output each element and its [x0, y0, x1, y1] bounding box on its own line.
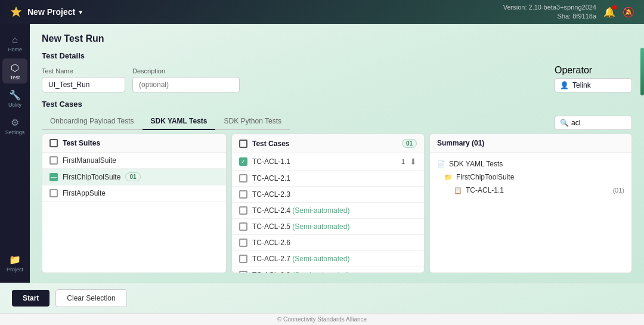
test-name-field-group: Test Name: [42, 67, 125, 92]
folder-icon: 📁: [444, 174, 453, 181]
tree-child-node: 📁 FirstChipToolSuite: [435, 171, 627, 184]
sidebar-item-project[interactable]: 📁 Project: [2, 250, 27, 276]
top-bar-left: New Project ▼: [10, 5, 83, 18]
suites-header: Test Suites: [42, 134, 226, 153]
test-cases-tabs: Onboarding Payload Tests SDK YAML Tests …: [42, 113, 290, 130]
sidebar-item-utility[interactable]: 🔧 Utility: [2, 86, 27, 111]
search-input[interactable]: [571, 119, 625, 127]
semi-auto-tag: (Semi-automated): [292, 255, 349, 263]
cases-badge: 01: [402, 139, 417, 148]
suites-title: Test Suites: [63, 139, 219, 147]
suite-label: FirstChipToolSuite: [63, 173, 120, 181]
case-label: TC-ACL-2.1: [252, 174, 290, 182]
operator-field-group: Operator 👤 Telink: [555, 65, 632, 92]
test-cases-label: Test Cases: [42, 100, 632, 109]
panels-row: Test Suites FirstManualSuite — FirstChip…: [42, 134, 632, 273]
suite-checkbox-firstapp[interactable]: [49, 189, 58, 197]
case-row[interactable]: TC-ACL-2.7 (Semi-automated): [232, 251, 424, 267]
sidebar-item-home[interactable]: ⌂ Home: [2, 31, 27, 56]
description-label: Description: [132, 67, 240, 75]
expand-icon[interactable]: ⬇: [410, 157, 417, 166]
suite-checkbox-firstchip[interactable]: —: [49, 173, 58, 181]
operator-input-wrapper: 👤 Telink: [555, 78, 632, 92]
semi-auto-tag: (Semi-automated): [292, 206, 349, 215]
tree-grandchild-node: 📋 TC-ACL-1.1 (01): [435, 184, 627, 197]
suites-list: FirstManualSuite — FirstChipToolSuite 01…: [42, 153, 226, 273]
description-input[interactable]: [132, 77, 240, 92]
utility-icon: 🔧: [9, 89, 21, 101]
main-layout: ⌂ Home ⬡ Test 🔧 Utility ⚙ Settings 📁 Pro…: [0, 24, 644, 283]
case-checkbox-5[interactable]: [239, 222, 247, 231]
case-label: TC-ACL-1.1: [252, 157, 290, 166]
cases-panel: Test Cases 01 ✓ TC-ACL-1.1 1 ⬇: [231, 134, 425, 273]
operator-label: Operator: [555, 65, 632, 76]
suite-checkbox-firstmanual[interactable]: [49, 156, 58, 165]
scroll-accent: [640, 48, 644, 95]
case-row[interactable]: TC-ACL-2.6: [232, 235, 424, 251]
sidebar-label-utility: Utility: [8, 102, 21, 108]
footer-text: © Connectivity Standards Alliance: [277, 316, 367, 323]
test-details-row: Test Name Description Operator 👤 Telink: [42, 65, 632, 92]
start-button[interactable]: Start: [12, 290, 49, 307]
page-title: New Test Run: [42, 33, 632, 44]
summary-header: Summary (01): [430, 134, 631, 153]
semi-auto-tag: (Semi-automated): [292, 222, 349, 231]
search-icon: 🔍: [560, 119, 569, 127]
case-row[interactable]: TC-ACL-2.5 (Semi-automated): [232, 219, 424, 235]
test-details-section: Test Details Test Name Description Opera…: [42, 51, 632, 92]
case-checkbox-3[interactable]: [239, 190, 247, 199]
test-name-label: Test Name: [42, 67, 125, 75]
suite-row[interactable]: FirstManualSuite: [42, 153, 226, 169]
summary-panel: Summary (01) 📄 SDK YAML Tests 📁 FirstChi…: [429, 134, 632, 273]
tab-sdk-python[interactable]: SDK Python Tests: [215, 113, 290, 130]
settings-icon[interactable]: 🔕: [623, 7, 634, 18]
case-checkbox-4[interactable]: [239, 206, 247, 215]
case-row[interactable]: TC-ACL-2.8 (Semi-automated): [232, 267, 424, 273]
project-title[interactable]: New Project ▼: [27, 7, 83, 17]
notification-dot: [612, 5, 617, 10]
case-count: 1: [401, 158, 405, 165]
sidebar-label-home: Home: [8, 47, 22, 52]
folder-icon: 📄: [437, 160, 445, 168]
case-row[interactable]: TC-ACL-2.3: [232, 187, 424, 203]
grandchild-count: (01): [612, 187, 624, 194]
search-box: 🔍: [555, 116, 632, 130]
tab-onboarding[interactable]: Onboarding Payload Tests: [42, 113, 143, 130]
file-icon: 📋: [454, 187, 462, 194]
cases-list: ✓ TC-ACL-1.1 1 ⬇ TC-ACL-2.1 TC-ACL-2.3: [232, 153, 424, 273]
case-checkbox-7[interactable]: [239, 255, 247, 263]
cases-select-all-checkbox[interactable]: [239, 140, 247, 148]
case-checkbox-6[interactable]: [239, 239, 247, 247]
case-checkbox-2[interactable]: [239, 174, 247, 182]
tree-grandchild-label: TC-ACL-1.1: [466, 186, 504, 194]
case-checkbox-1[interactable]: ✓: [239, 157, 247, 166]
sidebar-label-settings: Settings: [5, 129, 25, 135]
bottom-bar: Start Clear Selection: [0, 283, 644, 313]
suite-row[interactable]: FirstAppSuite: [42, 185, 226, 202]
sidebar-item-settings[interactable]: ⚙ Settings: [2, 113, 27, 138]
content-area: New Test Run Test Details Test Name Desc…: [30, 24, 644, 283]
tab-sdk-yaml[interactable]: SDK YAML Tests: [143, 113, 216, 130]
case-row[interactable]: TC-ACL-2.4 (Semi-automated): [232, 203, 424, 219]
tree-root-node: 📄 SDK YAML Tests: [435, 157, 627, 171]
sidebar-label-project: Project: [7, 267, 23, 273]
chevron-down-icon[interactable]: ▼: [78, 9, 83, 16]
case-label: TC-ACL-2.8 (Semi-automated): [252, 271, 349, 273]
star-logo-icon: [10, 5, 23, 18]
case-checkbox-8[interactable]: [239, 271, 247, 273]
sidebar-item-test[interactable]: ⬡ Test: [2, 58, 27, 83]
suite-row[interactable]: — FirstChipToolSuite 01: [42, 169, 226, 185]
clear-selection-button[interactable]: Clear Selection: [55, 289, 126, 307]
notification-icon[interactable]: 🔔: [603, 7, 615, 18]
sidebar-label-test: Test: [10, 75, 20, 81]
case-label: TC-ACL-2.4 (Semi-automated): [252, 206, 349, 215]
gear-icon: ⚙: [11, 117, 19, 128]
test-name-input[interactable]: [42, 77, 125, 92]
suites-select-all-checkbox[interactable]: [49, 139, 58, 147]
description-field-group: Description: [132, 67, 240, 92]
case-row[interactable]: TC-ACL-2.1: [232, 171, 424, 187]
tree-root-label: SDK YAML Tests: [449, 160, 503, 168]
case-row[interactable]: ✓ TC-ACL-1.1 1 ⬇: [232, 153, 424, 171]
svg-marker-0: [11, 7, 21, 17]
test-icon: ⬡: [11, 62, 19, 73]
